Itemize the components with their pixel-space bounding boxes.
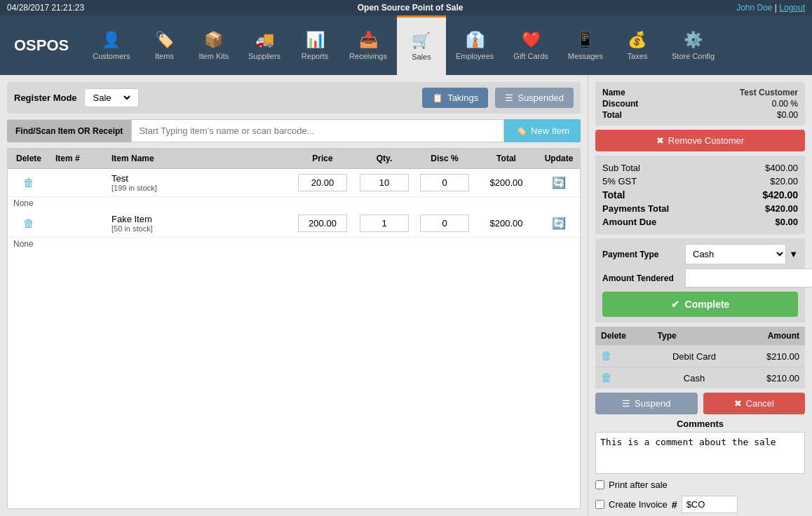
register-mode-select[interactable]: Sale Return bbox=[90, 92, 133, 104]
reports-icon: 📊 bbox=[306, 31, 325, 49]
remove-customer-button[interactable]: ✖ Remove Customer bbox=[595, 130, 805, 151]
row2-disc-input[interactable] bbox=[420, 215, 469, 232]
sidebar-item-customers[interactable]: 👤 Customers bbox=[83, 15, 140, 75]
sidebar-item-sales[interactable]: 🛒 Sales bbox=[397, 15, 446, 75]
pay-row1-amount: $210.00 bbox=[736, 346, 805, 367]
amount-tendered-input[interactable] bbox=[685, 269, 812, 287]
sidebar-item-reports[interactable]: 📊 Reports bbox=[290, 15, 339, 75]
row2-qty-input[interactable] bbox=[360, 215, 409, 232]
sales-label: Sales bbox=[412, 53, 431, 61]
row1-disc-cell bbox=[414, 169, 475, 197]
cancel-icon: ✖ bbox=[734, 398, 742, 409]
comments-section: Comments This is a comment about the sal… bbox=[595, 419, 805, 474]
name-label: Name bbox=[602, 88, 686, 97]
sidebar-item-employees[interactable]: 👔 Employees bbox=[446, 15, 503, 75]
gift-cards-icon: ❤️ bbox=[522, 31, 541, 49]
row1-price-input[interactable] bbox=[298, 174, 347, 191]
logout-link[interactable]: Logout bbox=[779, 3, 805, 13]
subtotal-value: $400.00 bbox=[765, 163, 798, 173]
pay-row1-delete-icon[interactable]: 🗑 bbox=[601, 350, 612, 362]
suspended-label: Suspended bbox=[517, 93, 564, 103]
pay-row2-delete: 🗑 bbox=[595, 367, 652, 389]
topbar-user-area: John Doe | Logout bbox=[736, 3, 805, 13]
employees-icon: 👔 bbox=[466, 31, 485, 49]
list-item: 🗑 Cash $210.00 bbox=[595, 367, 805, 389]
subtotal-row: Sub Total $400.00 bbox=[602, 161, 798, 175]
gst-label: 5% GST bbox=[602, 176, 637, 186]
reports-label: Reports bbox=[302, 52, 329, 60]
suspend-button[interactable]: ☰ Suspend bbox=[595, 393, 698, 414]
pay-col-delete: Delete bbox=[595, 327, 652, 346]
row2-stock: [50 in stock] bbox=[111, 224, 285, 233]
row2-name: Fake Item bbox=[111, 214, 285, 224]
row1-refresh-icon[interactable]: 🔄 bbox=[552, 177, 566, 189]
sidebar-item-items[interactable]: 🏷️ Items bbox=[140, 15, 189, 75]
col-qty: Qty. bbox=[354, 149, 414, 169]
nav-items: 👤 Customers 🏷️ Items 📦 Item Kits 🚚 Suppl… bbox=[83, 15, 812, 75]
taxes-label: Taxes bbox=[628, 52, 648, 60]
comments-textarea[interactable]: This is a comment about the sale bbox=[595, 432, 805, 474]
subtotal-label: Sub Total bbox=[602, 163, 640, 173]
payments-total-value: $420.00 bbox=[765, 203, 798, 214]
gst-value: $20.00 bbox=[770, 176, 798, 186]
remove-customer-icon: ✖ bbox=[656, 135, 664, 146]
register-mode-label: Register Mode bbox=[14, 93, 77, 103]
sidebar-item-gift-cards[interactable]: ❤️ Gift Cards bbox=[503, 15, 558, 75]
invoice-hash: # bbox=[672, 499, 677, 510]
row1-qty-input[interactable] bbox=[360, 174, 409, 191]
list-item: 🗑 Debit Card $210.00 bbox=[595, 346, 805, 367]
takings-button[interactable]: 📋 Takings bbox=[422, 88, 488, 108]
print-checkbox[interactable] bbox=[595, 480, 604, 489]
row1-none-label: None bbox=[8, 197, 106, 210]
messages-icon: 📱 bbox=[576, 31, 595, 49]
sidebar-item-store-config[interactable]: ⚙️ Store Config bbox=[662, 15, 724, 75]
find-item-input[interactable] bbox=[131, 119, 504, 142]
items-label: Items bbox=[155, 52, 174, 60]
left-panel: Register Mode Sale Return 📋 Takings ☰ Su… bbox=[0, 75, 588, 516]
col-item-num: Item # bbox=[50, 149, 106, 169]
complete-button[interactable]: ✔ Complete bbox=[602, 292, 798, 317]
name-value: Test Customer bbox=[693, 88, 798, 97]
register-mode-dropdown[interactable]: Sale Return bbox=[84, 88, 139, 107]
row1-disc-input[interactable] bbox=[420, 174, 469, 191]
row2-delete-cell: 🗑 bbox=[8, 210, 50, 238]
row2-none-label: None bbox=[8, 238, 106, 251]
row2-price-input[interactable] bbox=[298, 215, 347, 232]
payment-type-select[interactable]: Cash Debit Card Credit Card Check bbox=[685, 244, 786, 264]
row2-delete-icon[interactable]: 🗑 bbox=[23, 217, 34, 229]
sidebar-item-messages[interactable]: 📱 Messages bbox=[558, 15, 613, 75]
suppliers-icon: 🚚 bbox=[255, 31, 274, 49]
cancel-button[interactable]: ✖ Cancel bbox=[703, 393, 806, 414]
takings-icon: 📋 bbox=[432, 93, 443, 103]
col-item-name: Item Name bbox=[106, 149, 291, 169]
sales-icon: 🛒 bbox=[412, 32, 431, 50]
sidebar-item-suppliers[interactable]: 🚚 Suppliers bbox=[238, 15, 290, 75]
brand-logo: OSPOS bbox=[0, 15, 83, 75]
sidebar-item-receivings[interactable]: 📥 Receivings bbox=[339, 15, 397, 75]
invoice-input[interactable] bbox=[682, 496, 738, 513]
messages-label: Messages bbox=[568, 52, 603, 60]
register-mode-bar: Register Mode Sale Return 📋 Takings ☰ Su… bbox=[7, 82, 581, 114]
remove-customer-label: Remove Customer bbox=[668, 135, 744, 146]
suspended-icon: ☰ bbox=[505, 93, 513, 103]
suppliers-label: Suppliers bbox=[248, 52, 280, 60]
sidebar-item-item-kits[interactable]: 📦 Item Kits bbox=[189, 15, 238, 75]
row2-refresh-icon[interactable]: 🔄 bbox=[552, 217, 566, 229]
items-icon: 🏷️ bbox=[155, 31, 174, 49]
row2-qty-cell bbox=[354, 210, 414, 238]
pay-col-amount: Amount bbox=[736, 327, 805, 346]
suspend-icon: ☰ bbox=[622, 398, 630, 409]
row1-delete-icon[interactable]: 🗑 bbox=[23, 177, 34, 189]
pay-row1-delete: 🗑 bbox=[595, 346, 652, 367]
customer-info: Name Test Customer Discount 0.00 % Total… bbox=[595, 82, 805, 125]
find-item-label: Find/Scan Item OR Receipt bbox=[7, 120, 131, 142]
amount-due-value: $0.00 bbox=[775, 217, 798, 227]
topbar: 04/28/2017 21:21:23 Open Source Point of… bbox=[0, 0, 812, 15]
new-item-button[interactable]: 🏷️ New Item bbox=[504, 119, 581, 142]
sidebar-item-taxes[interactable]: 💰 Taxes bbox=[613, 15, 662, 75]
suspended-button[interactable]: ☰ Suspended bbox=[495, 88, 574, 108]
total-value: $420.00 bbox=[762, 189, 798, 201]
invoice-checkbox[interactable] bbox=[595, 500, 604, 509]
pay-row2-delete-icon[interactable]: 🗑 bbox=[601, 372, 612, 383]
row2-price-cell bbox=[291, 210, 354, 238]
